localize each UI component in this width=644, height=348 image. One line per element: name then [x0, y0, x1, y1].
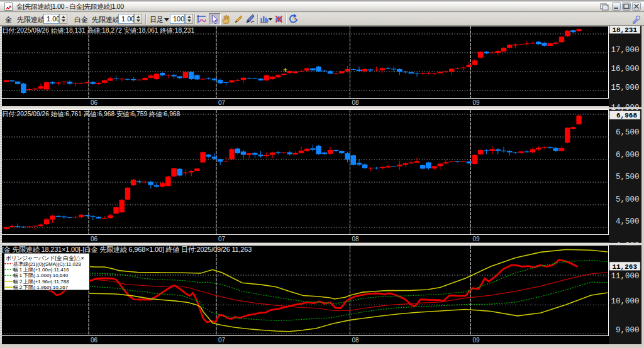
svg-text:16,000: 16,000 — [611, 65, 639, 73]
svg-text:6,000: 6,000 — [616, 151, 640, 160]
svg-text:11,263: 11,263 — [612, 263, 637, 271]
svg-text:10,000: 10,000 — [611, 297, 639, 306]
svg-text:幅２下限(-1.96σ):10,267: 幅２下限(-1.96σ):10,267 — [13, 285, 69, 290]
svg-text:06: 06 — [91, 99, 98, 106]
svg-text:09: 09 — [473, 337, 480, 344]
svg-text:08: 08 — [352, 99, 360, 106]
svg-text:07: 07 — [218, 99, 226, 106]
svg-text:9,000: 9,000 — [616, 326, 640, 335]
svg-text:[金 先限連続 18,231×1.00]-[白金 先限連続: [金 先限連続 18,231×1.00]-[白金 先限連続 6,968×1.00… — [2, 246, 252, 253]
svg-text:6,968: 6,968 — [616, 112, 637, 119]
svg-text:18,231: 18,231 — [612, 26, 637, 34]
svg-text:11,000: 11,000 — [611, 272, 639, 281]
svg-text:6,500: 6,500 — [616, 128, 640, 137]
svg-text:09: 09 — [473, 236, 480, 242]
svg-text:07: 07 — [218, 337, 226, 344]
svg-text:日付:2025/09/26 始値:6,761 高値:6,96: 日付:2025/09/26 始値:6,761 高値:6,968 安値:6,759… — [2, 111, 180, 117]
svg-text:08: 08 — [352, 337, 360, 344]
svg-text:日付:2025/09/26 始値:18,131 高値:18,: 日付:2025/09/26 始値:18,131 高値:18,272 安値:18,… — [2, 27, 195, 34]
svg-text:08: 08 — [352, 236, 360, 242]
svg-text:幅１上限(+1.00σ):11,416: 幅１上限(+1.00σ):11,416 — [13, 267, 69, 273]
svg-text:幅１下限(-1.00σ):10,640: 幅１下限(-1.00σ):10,640 — [13, 273, 69, 278]
svg-text:幅２上限(+1.96σ):11,788: 幅２上限(+1.96σ):11,788 — [13, 279, 69, 285]
svg-text:4,500: 4,500 — [616, 217, 640, 226]
svg-text:09: 09 — [473, 99, 480, 106]
svg-text:ボリンジャーバンド(金 白金)△×: ボリンジャーバンド(金 白金)△× — [6, 255, 84, 261]
svg-text:基準線(21)(0)(SMA)(C):11,028: 基準線(21)(0)(SMA)(C):11,028 — [13, 261, 81, 267]
svg-text:06: 06 — [91, 337, 98, 344]
svg-text:15,000: 15,000 — [611, 84, 639, 92]
svg-text:17,000: 17,000 — [611, 46, 639, 55]
svg-text:07: 07 — [218, 236, 226, 242]
svg-text:5,500: 5,500 — [616, 173, 640, 182]
svg-text:06: 06 — [91, 236, 98, 242]
svg-text:5,000: 5,000 — [616, 195, 640, 204]
